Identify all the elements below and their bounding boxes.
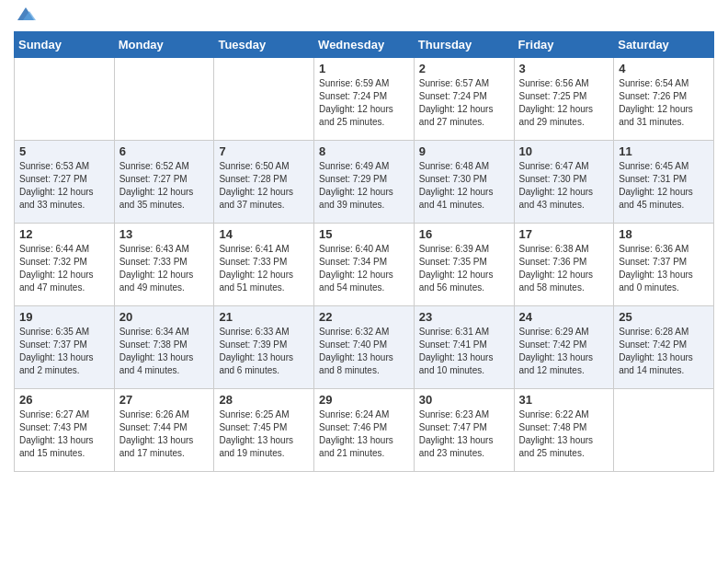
day-number: 16 bbox=[419, 227, 509, 241]
day-cell: 24Sunrise: 6:29 AM Sunset: 7:42 PM Dayli… bbox=[514, 306, 614, 389]
day-cell: 15Sunrise: 6:40 AM Sunset: 7:34 PM Dayli… bbox=[314, 224, 415, 306]
week-row-4: 19Sunrise: 6:35 AM Sunset: 7:37 PM Dayli… bbox=[15, 306, 714, 389]
day-info: Sunrise: 6:43 AM Sunset: 7:33 PM Dayligh… bbox=[119, 243, 210, 294]
day-cell: 17Sunrise: 6:38 AM Sunset: 7:36 PM Dayli… bbox=[514, 224, 614, 306]
day-cell: 18Sunrise: 6:36 AM Sunset: 7:37 PM Dayli… bbox=[614, 224, 714, 306]
day-number: 1 bbox=[319, 62, 409, 75]
day-info: Sunrise: 6:59 AM Sunset: 7:24 PM Dayligh… bbox=[319, 77, 409, 129]
day-info: Sunrise: 6:36 AM Sunset: 7:37 PM Dayligh… bbox=[619, 243, 709, 294]
day-cell: 23Sunrise: 6:31 AM Sunset: 7:41 PM Dayli… bbox=[414, 306, 514, 389]
day-info: Sunrise: 6:28 AM Sunset: 7:42 PM Dayligh… bbox=[619, 326, 709, 377]
day-number: 18 bbox=[619, 227, 709, 241]
day-info: Sunrise: 6:40 AM Sunset: 7:34 PM Dayligh… bbox=[319, 243, 409, 294]
day-info: Sunrise: 6:33 AM Sunset: 7:39 PM Dayligh… bbox=[219, 326, 309, 377]
day-number: 25 bbox=[619, 310, 709, 324]
day-cell: 29Sunrise: 6:24 AM Sunset: 7:46 PM Dayli… bbox=[314, 389, 415, 472]
day-info: Sunrise: 6:32 AM Sunset: 7:40 PM Dayligh… bbox=[319, 326, 409, 377]
day-info: Sunrise: 6:35 AM Sunset: 7:37 PM Dayligh… bbox=[19, 326, 109, 377]
day-info: Sunrise: 6:49 AM Sunset: 7:29 PM Dayligh… bbox=[319, 160, 409, 212]
day-info: Sunrise: 6:29 AM Sunset: 7:42 PM Dayligh… bbox=[519, 326, 609, 377]
col-header-monday: Monday bbox=[114, 32, 214, 58]
day-info: Sunrise: 6:45 AM Sunset: 7:31 PM Dayligh… bbox=[619, 160, 709, 212]
day-number: 15 bbox=[319, 227, 409, 241]
day-cell: 13Sunrise: 6:43 AM Sunset: 7:33 PM Dayli… bbox=[114, 224, 214, 306]
day-number: 10 bbox=[519, 144, 609, 158]
day-cell: 26Sunrise: 6:27 AM Sunset: 7:43 PM Dayli… bbox=[15, 389, 115, 472]
day-number: 7 bbox=[219, 144, 309, 158]
day-cell: 20Sunrise: 6:34 AM Sunset: 7:38 PM Dayli… bbox=[114, 306, 214, 389]
day-cell: 30Sunrise: 6:23 AM Sunset: 7:47 PM Dayli… bbox=[414, 389, 514, 472]
day-cell: 7Sunrise: 6:50 AM Sunset: 7:28 PM Daylig… bbox=[214, 141, 314, 224]
day-number: 4 bbox=[619, 62, 709, 75]
day-number: 20 bbox=[119, 310, 210, 324]
col-header-tuesday: Tuesday bbox=[214, 32, 314, 58]
calendar-container: SundayMondayTuesdayWednesdayThursdayFrid… bbox=[0, 0, 728, 486]
day-info: Sunrise: 6:22 AM Sunset: 7:48 PM Dayligh… bbox=[519, 408, 609, 460]
day-number: 5 bbox=[19, 144, 109, 158]
day-number: 30 bbox=[419, 393, 509, 407]
day-cell: 6Sunrise: 6:52 AM Sunset: 7:27 PM Daylig… bbox=[114, 141, 214, 224]
day-number: 27 bbox=[119, 393, 210, 407]
header-row: SundayMondayTuesdayWednesdayThursdayFrid… bbox=[15, 32, 714, 58]
day-cell: 27Sunrise: 6:26 AM Sunset: 7:44 PM Dayli… bbox=[114, 389, 214, 472]
day-cell: 16Sunrise: 6:39 AM Sunset: 7:35 PM Dayli… bbox=[414, 224, 514, 306]
day-info: Sunrise: 6:50 AM Sunset: 7:28 PM Dayligh… bbox=[219, 160, 309, 212]
day-cell: 19Sunrise: 6:35 AM Sunset: 7:37 PM Dayli… bbox=[15, 306, 115, 389]
day-number: 28 bbox=[219, 393, 309, 407]
day-cell: 4Sunrise: 6:54 AM Sunset: 7:26 PM Daylig… bbox=[614, 58, 714, 141]
day-number: 26 bbox=[19, 393, 109, 407]
col-header-saturday: Saturday bbox=[614, 32, 714, 58]
day-info: Sunrise: 6:41 AM Sunset: 7:33 PM Dayligh… bbox=[219, 243, 309, 294]
day-number: 13 bbox=[119, 227, 210, 241]
col-header-friday: Friday bbox=[514, 32, 614, 58]
day-cell: 2Sunrise: 6:57 AM Sunset: 7:24 PM Daylig… bbox=[414, 58, 514, 141]
day-info: Sunrise: 6:31 AM Sunset: 7:41 PM Dayligh… bbox=[419, 326, 509, 377]
week-row-3: 12Sunrise: 6:44 AM Sunset: 7:32 PM Dayli… bbox=[15, 224, 714, 306]
day-info: Sunrise: 6:47 AM Sunset: 7:30 PM Dayligh… bbox=[519, 160, 609, 212]
col-header-wednesday: Wednesday bbox=[314, 32, 415, 58]
day-number: 3 bbox=[519, 62, 609, 75]
day-info: Sunrise: 6:39 AM Sunset: 7:35 PM Dayligh… bbox=[419, 243, 509, 294]
day-number: 2 bbox=[419, 62, 509, 75]
header bbox=[14, 9, 714, 24]
day-info: Sunrise: 6:44 AM Sunset: 7:32 PM Dayligh… bbox=[19, 243, 109, 294]
week-row-1: 1Sunrise: 6:59 AM Sunset: 7:24 PM Daylig… bbox=[15, 58, 714, 141]
day-info: Sunrise: 6:56 AM Sunset: 7:25 PM Dayligh… bbox=[519, 77, 609, 129]
day-info: Sunrise: 6:52 AM Sunset: 7:27 PM Dayligh… bbox=[119, 160, 210, 212]
day-number: 19 bbox=[19, 310, 109, 324]
day-number: 11 bbox=[619, 144, 709, 158]
day-number: 17 bbox=[519, 227, 609, 241]
day-info: Sunrise: 6:38 AM Sunset: 7:36 PM Dayligh… bbox=[519, 243, 609, 294]
day-cell: 5Sunrise: 6:53 AM Sunset: 7:27 PM Daylig… bbox=[15, 141, 115, 224]
day-number: 21 bbox=[219, 310, 309, 324]
day-info: Sunrise: 6:57 AM Sunset: 7:24 PM Dayligh… bbox=[419, 77, 509, 129]
day-number: 6 bbox=[119, 144, 210, 158]
day-number: 22 bbox=[319, 310, 409, 324]
day-cell: 14Sunrise: 6:41 AM Sunset: 7:33 PM Dayli… bbox=[214, 224, 314, 306]
logo-icon bbox=[16, 4, 36, 24]
day-cell bbox=[15, 58, 115, 141]
calendar-table: SundayMondayTuesdayWednesdayThursdayFrid… bbox=[14, 31, 714, 472]
day-info: Sunrise: 6:54 AM Sunset: 7:26 PM Dayligh… bbox=[619, 77, 709, 129]
day-info: Sunrise: 6:25 AM Sunset: 7:45 PM Dayligh… bbox=[219, 408, 309, 460]
day-cell: 8Sunrise: 6:49 AM Sunset: 7:29 PM Daylig… bbox=[314, 141, 415, 224]
day-cell: 12Sunrise: 6:44 AM Sunset: 7:32 PM Dayli… bbox=[15, 224, 115, 306]
day-info: Sunrise: 6:53 AM Sunset: 7:27 PM Dayligh… bbox=[19, 160, 109, 212]
day-number: 23 bbox=[419, 310, 509, 324]
col-header-sunday: Sunday bbox=[15, 32, 115, 58]
day-number: 24 bbox=[519, 310, 609, 324]
week-row-2: 5Sunrise: 6:53 AM Sunset: 7:27 PM Daylig… bbox=[15, 141, 714, 224]
day-number: 9 bbox=[419, 144, 509, 158]
day-cell bbox=[214, 58, 314, 141]
day-cell: 31Sunrise: 6:22 AM Sunset: 7:48 PM Dayli… bbox=[514, 389, 614, 472]
day-info: Sunrise: 6:26 AM Sunset: 7:44 PM Dayligh… bbox=[119, 408, 210, 460]
day-number: 8 bbox=[319, 144, 409, 158]
day-number: 31 bbox=[519, 393, 609, 407]
day-info: Sunrise: 6:48 AM Sunset: 7:30 PM Dayligh… bbox=[419, 160, 509, 212]
col-header-thursday: Thursday bbox=[414, 32, 514, 58]
logo bbox=[14, 13, 36, 24]
day-cell: 28Sunrise: 6:25 AM Sunset: 7:45 PM Dayli… bbox=[214, 389, 314, 472]
day-cell: 22Sunrise: 6:32 AM Sunset: 7:40 PM Dayli… bbox=[314, 306, 415, 389]
day-number: 12 bbox=[19, 227, 109, 241]
day-cell: 21Sunrise: 6:33 AM Sunset: 7:39 PM Dayli… bbox=[214, 306, 314, 389]
